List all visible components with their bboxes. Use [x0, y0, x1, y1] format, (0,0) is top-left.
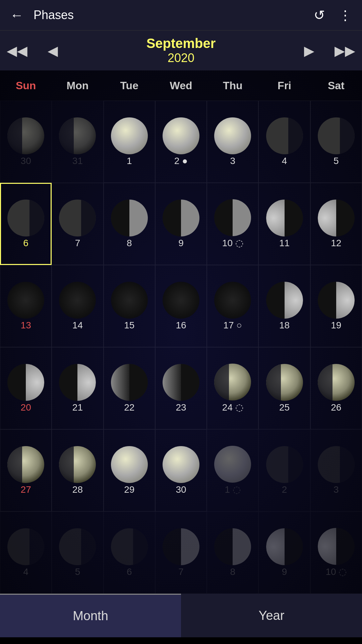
- calendar-cell[interactable]: 31: [52, 101, 103, 183]
- calendar-cell[interactable]: 28: [52, 429, 103, 512]
- calendar-cell[interactable]: 8: [207, 512, 258, 594]
- moon-phase-icon: [266, 446, 303, 483]
- calendar-cell[interactable]: 16: [155, 265, 207, 347]
- calendar-cell[interactable]: 27: [0, 429, 52, 512]
- day-number: 5: [334, 156, 339, 166]
- nav-bar: ◀◀ ◀ September 2020 ▶ ▶▶: [0, 30, 362, 70]
- moon-phase-icon: [59, 446, 96, 483]
- moon-phase-icon: [7, 528, 44, 565]
- moon-phase-icon: [318, 446, 355, 483]
- prev-month-button[interactable]: ◀: [41, 40, 65, 62]
- calendar-cell[interactable]: 19: [310, 265, 362, 347]
- calendar-cell[interactable]: 9: [258, 512, 310, 594]
- day-number: 28: [72, 484, 83, 495]
- day-number: 3: [334, 484, 339, 495]
- moon-phase-icon: [7, 200, 44, 236]
- calendar-cell[interactable]: 2: [258, 429, 310, 512]
- day-number: 1: [127, 156, 132, 166]
- more-icon[interactable]: ⋮: [335, 4, 355, 26]
- calendar-cell[interactable]: 29: [104, 429, 155, 512]
- calendar-cell[interactable]: 10 ◌: [207, 183, 258, 265]
- day-number: 24 ◌: [222, 402, 243, 413]
- header-wed: Wed: [155, 70, 207, 101]
- day-number: 27: [21, 484, 31, 495]
- moon-phase-icon: [318, 282, 355, 319]
- calendar-cell[interactable]: 24 ◌: [207, 347, 258, 429]
- calendar-cell[interactable]: 3: [207, 101, 258, 183]
- day-number: 31: [72, 156, 83, 166]
- day-number: 9: [178, 238, 184, 249]
- back-icon[interactable]: ←: [7, 4, 27, 26]
- calendar-cell[interactable]: 6: [0, 183, 52, 265]
- month-label: September: [71, 36, 291, 51]
- prev-year-button[interactable]: ◀◀: [0, 40, 34, 62]
- calendar-cell[interactable]: 1: [104, 101, 155, 183]
- day-number: 2: [282, 484, 287, 495]
- bottom-tabs: Month Year: [0, 594, 362, 637]
- moon-phase-icon: [266, 364, 303, 401]
- month-year-title: September 2020: [71, 36, 291, 65]
- day-number: 16: [176, 320, 186, 331]
- moon-phase-icon: [111, 528, 148, 565]
- calendar-cell[interactable]: 4: [258, 101, 310, 183]
- calendar-cell[interactable]: 25: [258, 347, 310, 429]
- day-number: 20: [21, 402, 31, 413]
- day-number: 12: [331, 238, 341, 249]
- header-fri: Fri: [258, 70, 310, 101]
- refresh-icon[interactable]: ↺: [310, 4, 328, 26]
- day-number: 21: [72, 402, 83, 413]
- day-headers: Sun Mon Tue Wed Thu Fri Sat: [0, 70, 362, 101]
- next-year-button[interactable]: ▶▶: [328, 40, 362, 62]
- moon-phase-icon: [214, 446, 251, 483]
- calendar-cell[interactable]: 30: [0, 101, 52, 183]
- calendar-cell[interactable]: 22: [104, 347, 155, 429]
- next-month-button[interactable]: ▶: [297, 40, 321, 62]
- moon-phase-icon: [111, 117, 148, 154]
- moon-phase-icon: [111, 364, 148, 401]
- day-number: 8: [230, 567, 235, 577]
- day-number: 26: [331, 402, 341, 413]
- calendar-cell[interactable]: 26: [310, 347, 362, 429]
- moon-phase-icon: [59, 282, 96, 319]
- calendar-cell[interactable]: 8: [104, 183, 155, 265]
- calendar-cell[interactable]: 7: [52, 183, 103, 265]
- calendar-cell[interactable]: 23: [155, 347, 207, 429]
- day-number: 14: [72, 320, 83, 331]
- day-number: 8: [127, 238, 132, 249]
- calendar-cell[interactable]: 15: [104, 265, 155, 347]
- calendar-cell[interactable]: 5: [52, 512, 103, 594]
- moon-phase-icon: [163, 446, 199, 483]
- calendar-cell[interactable]: 10 ◌: [310, 512, 362, 594]
- calendar-cell[interactable]: 1 ◌: [207, 429, 258, 512]
- calendar-cell[interactable]: 13: [0, 265, 52, 347]
- day-number: 11: [279, 238, 290, 249]
- calendar-cell[interactable]: 30: [155, 429, 207, 512]
- year-label: 2020: [71, 51, 291, 65]
- calendar-cell[interactable]: 4: [0, 512, 52, 594]
- day-number: 10 ◌: [222, 237, 243, 249]
- calendar-grid: 303112 ●345678910 ◌11121314151617 ○18192…: [0, 101, 362, 594]
- calendar-cell[interactable]: 3: [310, 429, 362, 512]
- calendar-cell[interactable]: 12: [310, 183, 362, 265]
- moon-phase-icon: [266, 528, 303, 565]
- moon-phase-icon: [163, 200, 199, 236]
- day-number: 13: [21, 320, 31, 331]
- calendar-cell[interactable]: 5: [310, 101, 362, 183]
- moon-phase-icon: [163, 282, 199, 319]
- calendar-cell[interactable]: 20: [0, 347, 52, 429]
- moon-phase-icon: [318, 117, 355, 154]
- calendar-cell[interactable]: 14: [52, 265, 103, 347]
- calendar-cell[interactable]: 9: [155, 183, 207, 265]
- day-number: 2 ●: [174, 156, 188, 166]
- calendar-cell[interactable]: 18: [258, 265, 310, 347]
- calendar-cell[interactable]: 21: [52, 347, 103, 429]
- tab-year[interactable]: Year: [181, 594, 362, 637]
- calendar-cell[interactable]: 17 ○: [207, 265, 258, 347]
- calendar-cell[interactable]: 2 ●: [155, 101, 207, 183]
- calendar-cell[interactable]: 6: [104, 512, 155, 594]
- tab-month[interactable]: Month: [0, 594, 181, 637]
- moon-phase-icon: [214, 528, 251, 565]
- header-tue: Tue: [104, 70, 155, 101]
- calendar-cell[interactable]: 11: [258, 183, 310, 265]
- calendar-cell[interactable]: 7: [155, 512, 207, 594]
